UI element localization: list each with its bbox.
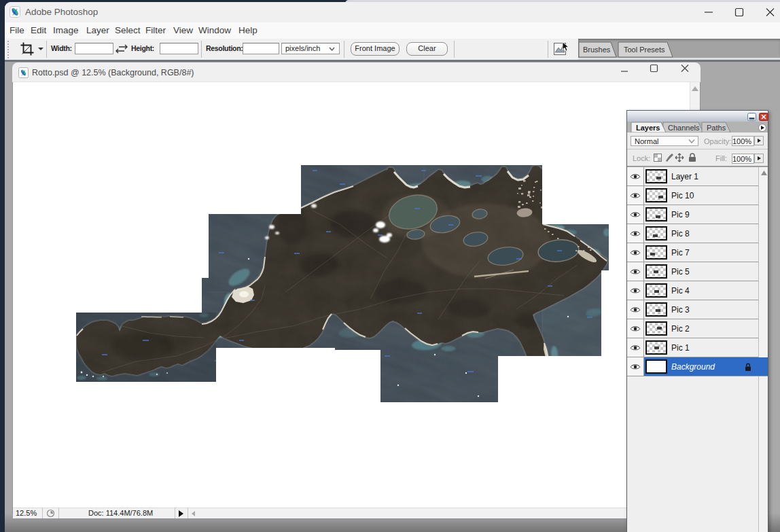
svg-text:Paths: Paths — [707, 124, 726, 132]
svg-text:Channels: Channels — [668, 124, 700, 132]
svg-text:Layers: Layers — [636, 124, 660, 132]
